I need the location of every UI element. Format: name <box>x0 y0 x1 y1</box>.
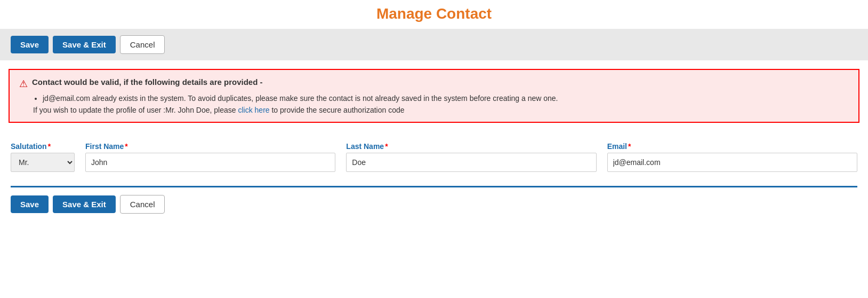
lastname-input[interactable] <box>346 153 596 172</box>
alert-box: ⚠ Contact would be valid, if the followi… <box>9 69 859 123</box>
email-group: Email* <box>607 142 857 172</box>
top-toolbar: Save Save & Exit Cancel <box>0 29 868 60</box>
top-save-button[interactable]: Save <box>11 36 49 53</box>
lastname-required: * <box>385 142 388 151</box>
firstname-group: First Name* <box>85 142 335 172</box>
top-cancel-button[interactable]: Cancel <box>120 35 165 54</box>
alert-body: jd@email.com already exists in the syste… <box>19 94 849 114</box>
email-label: Email* <box>607 142 857 151</box>
page-title: Manage Contact <box>0 0 868 29</box>
alert-message-suffix: to provide the secure authorization code <box>270 106 405 114</box>
bottom-toolbar: Save Save & Exit Cancel <box>0 187 868 221</box>
salutation-group: Salutation* Mr. Mrs. Ms. Dr. Prof. <box>11 142 75 172</box>
form-section: Salutation* Mr. Mrs. Ms. Dr. Prof. First… <box>0 131 868 177</box>
salutation-select[interactable]: Mr. Mrs. Ms. Dr. Prof. <box>11 153 75 172</box>
alert-bullet: jd@email.com already exists in the syste… <box>43 94 849 103</box>
bottom-save-exit-button[interactable]: Save & Exit <box>53 195 116 213</box>
alert-title: Contact would be valid, if the following… <box>32 77 263 87</box>
bottom-save-button[interactable]: Save <box>11 195 49 213</box>
top-save-exit-button[interactable]: Save & Exit <box>53 36 116 53</box>
salutation-label: Salutation* <box>11 142 75 151</box>
salutation-required: * <box>48 142 51 151</box>
firstname-required: * <box>125 142 127 151</box>
firstname-input[interactable] <box>85 153 335 172</box>
warning-icon: ⚠ <box>19 78 28 90</box>
alert-header: ⚠ Contact would be valid, if the followi… <box>19 77 849 90</box>
firstname-label: First Name* <box>85 142 335 151</box>
alert-message-prefix: If you wish to update the profile of use… <box>33 106 238 114</box>
alert-click-here-link[interactable]: click here <box>238 106 269 114</box>
lastname-group: Last Name* <box>346 142 596 172</box>
form-row: Salutation* Mr. Mrs. Ms. Dr. Prof. First… <box>11 142 857 172</box>
email-required: * <box>628 142 631 151</box>
bottom-cancel-button[interactable]: Cancel <box>120 195 165 214</box>
lastname-label: Last Name* <box>346 142 596 151</box>
email-input[interactable] <box>607 153 857 172</box>
